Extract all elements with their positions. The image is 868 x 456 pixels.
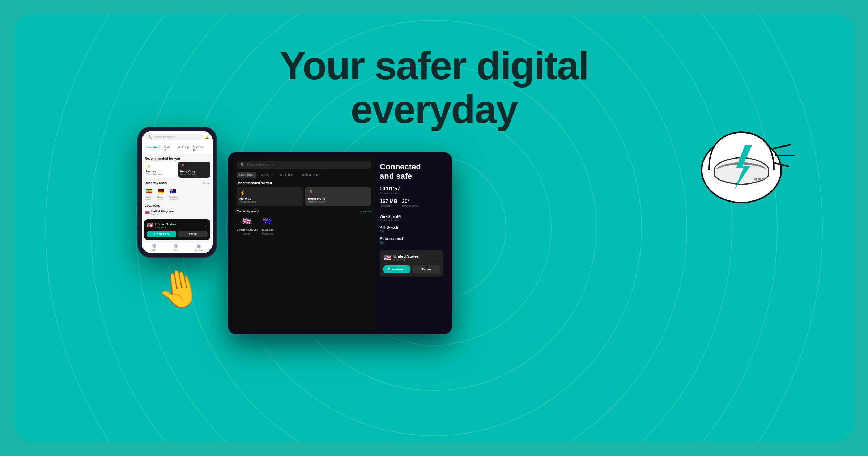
clear-button[interactable]: Clear (203, 182, 210, 185)
recent-spain[interactable]: 🇪🇸 Spain Barcelona (145, 187, 154, 201)
recommended-grid: ⚡ Norway Fastest location 📍 Hong Kong Ne… (142, 162, 213, 180)
t-clear-button[interactable]: Clear list (360, 210, 371, 213)
connection-time: 00:01:57 (380, 186, 443, 191)
t-us-info: United States New York (393, 254, 419, 262)
t-uk-name: United Kingdom (237, 228, 258, 231)
helmet-illustration (687, 112, 796, 221)
t-tab-static-ip[interactable]: Static IP (258, 172, 276, 178)
kill-switch-value: Kill-Switch (380, 225, 443, 229)
hongkong-icon: 📍 (180, 164, 208, 169)
t-hongkong-sub: Nearest country (308, 200, 368, 203)
t-norway-icon: ⚡ (239, 190, 300, 196)
t-recent-uk[interactable]: 🇬🇧 United Kingdom London (237, 215, 258, 235)
vpn-icon: 🛡️ (152, 244, 157, 249)
tablet-disconnect-button[interactable]: Disconnect (383, 265, 410, 273)
svg-point-1 (754, 178, 757, 181)
tablet-search-icon: 🔍 (240, 163, 244, 167)
auto-connect-status: On (380, 241, 443, 244)
nav-vpn[interactable]: 🛡️ VPN (152, 244, 157, 251)
recent-australia[interactable]: 🇦🇺 Australia Melbourne (168, 187, 178, 201)
hongkong-name: Hong Kong (180, 170, 208, 173)
search-placeholder: Search locations (153, 135, 175, 139)
upload-stat: 167 MB Uploaded (380, 198, 397, 207)
auto-connect-label: Auto-connect (380, 237, 443, 241)
phone-nav: 🛡️ VPN 🛡️ One ⚙️ Settings (142, 241, 213, 253)
vpn-label: VPN (152, 249, 156, 251)
download-value: 20° (402, 198, 418, 204)
t-norway-sub: Fastest location (239, 200, 300, 203)
uk-city: London (151, 213, 174, 215)
phone-device: 🔍 Search locations 🔔 Locations Static IP… (137, 127, 217, 258)
one-icon: 🛡️ (173, 244, 178, 249)
tablet-search-placeholder: Search locations (247, 163, 273, 167)
recently-used-title: Recently used (145, 181, 167, 185)
t-rec-hongkong[interactable]: 📍 Hong Kong Nearest country (305, 187, 371, 206)
t-recently-title: Recently used (237, 210, 259, 213)
phone-mockup: 🔍 Search locations 🔔 Locations Static IP… (116, 127, 239, 258)
t-us-city: New York (393, 258, 419, 262)
us-city: New York (155, 226, 176, 229)
tablet-search[interactable]: 🔍 Search locations (237, 161, 371, 169)
locations-section: Locations 🇬🇧 United Kingdom London ☆ (142, 203, 213, 218)
t-us-flag: 🇺🇸 (383, 254, 391, 262)
australia-city: Melbourne (168, 199, 178, 201)
us-favorite-icon[interactable]: ☆ (205, 222, 208, 229)
location-uk-left: 🇬🇧 United Kingdom London (145, 210, 174, 215)
norway-sub: Fastest location (146, 173, 174, 176)
tablet-right-panel: Connectedand safe 00:01:57 Connection ti… (375, 156, 448, 330)
hand-element: ✋ (152, 264, 204, 314)
uk-favorite-icon[interactable]: ☆ (207, 211, 210, 214)
t-rec-norway[interactable]: ⚡ Norway Fastest location (237, 187, 303, 206)
phone-search-input[interactable]: 🔍 Search locations (145, 134, 203, 140)
tab-dedicated-ip[interactable]: Dedicated IP (191, 145, 210, 153)
protocol-info: WireGuard® Protocol in use (380, 215, 443, 222)
t-australia-name: Australia (262, 228, 273, 231)
auto-connect-info: Auto-connect On (380, 237, 443, 244)
settings-label: Settings (195, 249, 203, 251)
nav-settings[interactable]: ⚙️ Settings (195, 244, 203, 251)
tab-static-ip[interactable]: Static IP (162, 145, 176, 153)
phone-connected-card: 🇺🇸 United States New York ☆ Disconnect P… (144, 219, 210, 240)
t-us-favorite-icon[interactable]: ☆ (437, 255, 440, 261)
t-australia-flag: 🇦🇺 (262, 215, 273, 227)
phone-disconnect-button[interactable]: Disconnect (147, 231, 176, 237)
germany-city: Berlin (158, 199, 163, 201)
tablet-device: 🔍 Search locations Locations Static IP M… (228, 152, 452, 334)
t-tab-multihop[interactable]: Mult-Ihop (277, 172, 297, 178)
helmet-svg (687, 112, 796, 221)
spain-city: Barcelona (145, 199, 154, 201)
bell-icon: 🔔 (205, 135, 209, 139)
tablet-pause-button[interactable]: Pause (413, 265, 440, 273)
t-norway-name: Norway (239, 197, 300, 200)
svg-point-3 (762, 178, 765, 181)
t-australia-city: Melbourne (262, 232, 273, 235)
tablet-action-buttons: Disconnect Pause (383, 265, 440, 273)
nav-one[interactable]: 🛡️ One (173, 244, 178, 251)
us-flag: 🇺🇸 (147, 222, 153, 228)
locations-title: Locations (145, 204, 210, 207)
location-uk[interactable]: 🇬🇧 United Kingdom London ☆ (145, 208, 210, 216)
recent-flags-row: 🇪🇸 Spain Barcelona 🇩🇪 Germany Berlin 🇦🇺 … (142, 186, 213, 203)
t-hongkong-icon: 📍 (308, 190, 368, 196)
tab-multihop[interactable]: MultiHop (176, 145, 191, 153)
rec-card-norway[interactable]: ⚡ Norway Fastest location (144, 162, 176, 178)
tablet-tabs: Locations Static IP Mult-Ihop Dedicated … (237, 172, 371, 178)
phone-pause-button[interactable]: Pause (178, 231, 208, 237)
tablet-connected-card: 🇺🇸 United States New York ☆ Disconnect P… (380, 250, 443, 277)
tablet-screen: 🔍 Search locations Locations Static IP M… (232, 156, 448, 330)
rec-card-hongkong[interactable]: 📍 Hong Kong Nearest country (178, 162, 210, 178)
t-tab-dedicated-ip[interactable]: Dedicated IP (298, 172, 323, 178)
uk-info: United Kingdom London (151, 210, 174, 215)
australia-flag: 🇦🇺 (169, 187, 177, 195)
t-recent-australia[interactable]: 🇦🇺 Australia Melbourne (262, 215, 273, 235)
germany-flag: 🇩🇪 (157, 187, 165, 195)
spain-flag: 🇪🇸 (145, 187, 153, 195)
t-tab-locations[interactable]: Locations (237, 172, 256, 178)
recently-used-header: Recently used Clear (142, 180, 213, 186)
tab-locations[interactable]: Locations (145, 145, 162, 153)
settings-icon: ⚙️ (196, 244, 201, 249)
phone-screen: 🔍 Search locations 🔔 Locations Static IP… (142, 131, 213, 253)
recent-germany[interactable]: 🇩🇪 Germany Berlin (157, 187, 166, 201)
t-uk-city: London (243, 232, 251, 235)
phone-search-bar: 🔍 Search locations 🔔 (142, 131, 213, 143)
